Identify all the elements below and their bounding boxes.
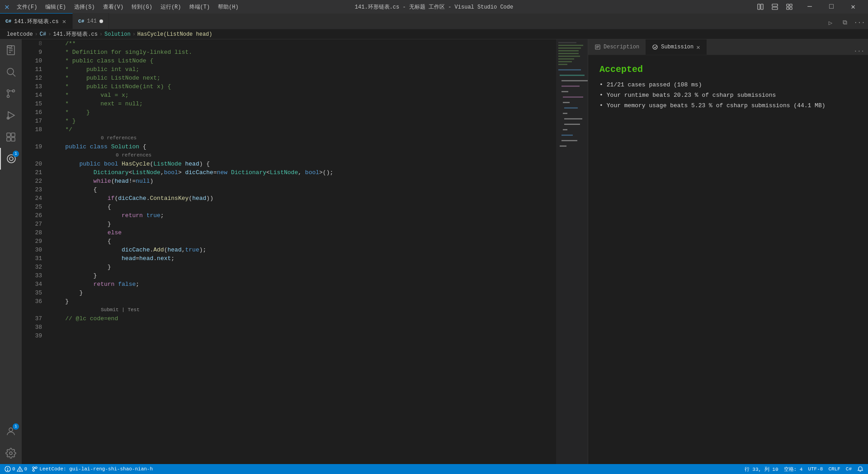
- tab-submission-close[interactable]: ✕: [696, 43, 700, 51]
- svg-rect-39: [561, 80, 588, 81]
- svg-point-15: [7, 90, 9, 92]
- code-line-13: * public ListNode(int x) {: [51, 82, 556, 91]
- panel-content: Accepted 21/21 cases passed (108 ms) You…: [588, 55, 868, 464]
- status-encoding[interactable]: UTF-8: [808, 466, 823, 472]
- panel-tabs: Description Submission ✕ ···: [588, 39, 868, 55]
- menu-run[interactable]: 运行(R): [157, 2, 185, 12]
- menu-select[interactable]: 选择(S): [71, 2, 99, 12]
- svg-rect-45: [563, 113, 567, 114]
- code-line-9: * Definition for singly-linked list.: [51, 48, 556, 57]
- status-position[interactable]: 行 33, 列 10: [745, 466, 778, 473]
- submit-test-ref[interactable]: Submit | Test: [51, 306, 556, 314]
- svg-point-59: [7, 470, 8, 470]
- code-line-10: * public class ListNode {: [51, 57, 556, 65]
- menu-file[interactable]: 文件(F): [13, 2, 41, 12]
- panel-more-btn[interactable]: ···: [854, 48, 868, 55]
- code-line-29: {: [51, 237, 556, 246]
- activity-search[interactable]: [0, 61, 22, 83]
- svg-point-63: [33, 469, 34, 471]
- menu-edit[interactable]: 编辑(E): [42, 2, 70, 12]
- code-line-26: return true;: [51, 211, 556, 220]
- status-language[interactable]: C#: [846, 466, 852, 472]
- code-editor[interactable]: 8 9 10 11 12 13 14 15 16 17 18 19 20 21: [22, 39, 588, 464]
- code-line-31: head=head.next;: [51, 254, 556, 263]
- breadcrumb-method: HasCycle(ListNode head): [137, 31, 212, 38]
- svg-rect-49: [561, 135, 573, 136]
- code-line-11: * public int val;: [51, 65, 556, 74]
- code-line-35: }: [51, 289, 556, 297]
- line-numbers: 8 9 10 11 12 13 14 15 16 17 18 19 20 21: [22, 39, 47, 464]
- menu-view[interactable]: 查看(V): [99, 2, 127, 12]
- code-line-22: while(head!=null): [51, 177, 556, 185]
- tab-141[interactable]: C# 141: [73, 13, 109, 29]
- menu-help[interactable]: 帮助(H): [214, 2, 242, 12]
- tab-description[interactable]: Description: [588, 39, 646, 55]
- minimize-button[interactable]: ─: [799, 0, 820, 14]
- breadcrumb-leetcode[interactable]: leetcode: [7, 31, 33, 38]
- code-line-28: else: [51, 228, 556, 237]
- run-action-btn[interactable]: ▷: [824, 16, 837, 29]
- code-line-16: * }: [51, 108, 556, 117]
- warning-count: 0: [24, 466, 28, 472]
- maximize-button[interactable]: □: [821, 0, 842, 14]
- svg-rect-38: [560, 75, 585, 76]
- tab-close-1[interactable]: ✕: [61, 18, 67, 25]
- tab-actions: ▷ ⧉ ···: [824, 16, 868, 29]
- svg-rect-3: [772, 7, 778, 9]
- activity-source-control[interactable]: [0, 83, 22, 104]
- svg-point-25: [9, 157, 13, 161]
- activity-leetcode[interactable]: 1: [0, 148, 22, 170]
- activity-explorer[interactable]: [0, 39, 22, 61]
- window-layout-btn3[interactable]: [783, 0, 796, 13]
- status-notifications[interactable]: [857, 466, 863, 472]
- language-mode: C#: [846, 466, 852, 472]
- tab-141-cs[interactable]: C# 141.环形链表.cs ✕: [0, 13, 73, 29]
- code-text[interactable]: /** * Definition for singly-linked list.…: [47, 39, 556, 464]
- code-line-18: */: [51, 125, 556, 134]
- code-line-17: * }: [51, 117, 556, 125]
- account-badge: 1: [13, 423, 19, 430]
- tab-submission[interactable]: Submission ✕: [646, 39, 706, 55]
- tab-icon-cs1: C#: [5, 19, 11, 24]
- close-button[interactable]: ✕: [843, 0, 863, 14]
- status-errors[interactable]: 0 0: [5, 466, 27, 472]
- code-line-36: }: [51, 297, 556, 306]
- minimap: [556, 39, 588, 464]
- menu-goto[interactable]: 转到(G): [128, 2, 156, 12]
- menu-terminal[interactable]: 终端(T): [186, 2, 214, 12]
- svg-rect-47: [564, 124, 580, 125]
- svg-point-62: [33, 467, 34, 469]
- code-line-8: /**: [51, 39, 556, 48]
- code-line-21: Dictionary<ListNode,bool> dicCache=new D…: [51, 168, 556, 177]
- status-line-ending[interactable]: CRLF: [828, 466, 840, 472]
- activity-badge: 1: [13, 151, 19, 157]
- status-spaces[interactable]: 空格: 4: [784, 466, 803, 473]
- breadcrumb: leetcode › C# › 141.环形链表.cs › Solution ›…: [0, 29, 868, 39]
- editor-area: 8 9 10 11 12 13 14 15 16 17 18 19 20 21: [22, 39, 868, 464]
- window-layout-btn1[interactable]: [754, 0, 767, 13]
- tab-label-2: 141: [87, 18, 97, 24]
- window-layout-btn2[interactable]: [769, 0, 781, 13]
- activity-run[interactable]: [0, 104, 22, 126]
- file-encoding: UTF-8: [808, 466, 823, 472]
- status-repo[interactable]: LeetCode: gui-lai-reng-shi-shao-nian-h: [32, 466, 153, 472]
- activity-account[interactable]: 1: [0, 421, 22, 442]
- status-bar: 0 0 LeetCode: gui-lai-reng-shi-shao-nian…: [0, 464, 868, 474]
- window-title: 141.环形链表.cs - 无标题 工作区 - Visual Studio Co…: [355, 3, 513, 11]
- more-action-btn[interactable]: ···: [853, 16, 866, 29]
- activity-extensions[interactable]: [0, 126, 22, 148]
- status-bar-right: 行 33, 列 10 空格: 4 UTF-8 CRLF C#: [745, 466, 863, 473]
- split-action-btn[interactable]: ⧉: [839, 16, 851, 29]
- svg-point-61: [19, 470, 20, 471]
- code-line-32: }: [51, 263, 556, 271]
- breadcrumb-file[interactable]: 141.环形链表.cs: [53, 30, 97, 38]
- activity-settings[interactable]: [0, 442, 22, 464]
- code-line-12: * public ListNode next;: [51, 74, 556, 82]
- svg-rect-32: [558, 53, 579, 54]
- svg-rect-4: [787, 4, 789, 6]
- code-line-33: }: [51, 271, 556, 280]
- accepted-status: Accepted: [599, 64, 857, 75]
- svg-line-14: [13, 74, 16, 77]
- svg-rect-34: [558, 58, 574, 59]
- svg-rect-1: [761, 4, 763, 9]
